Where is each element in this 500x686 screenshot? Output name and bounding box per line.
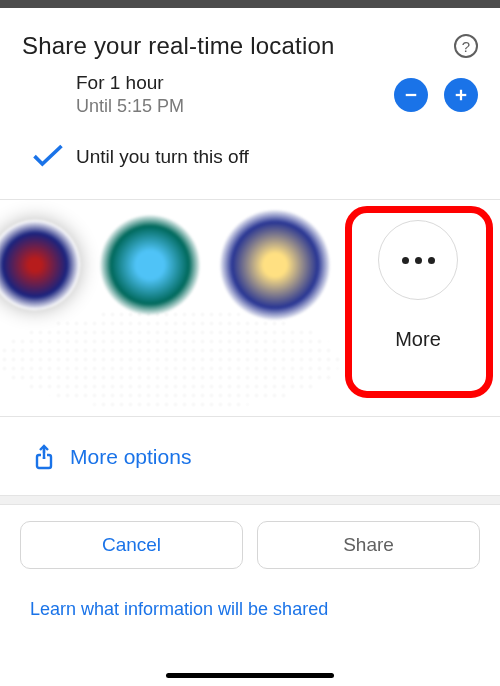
until-off-checkmark [30,139,76,175]
cancel-button[interactable]: Cancel [20,521,243,569]
decrease-duration-button[interactable] [394,78,428,112]
svg-rect-0 [406,93,417,95]
duration-title: For 1 hour [76,72,394,94]
home-indicator [166,673,334,678]
increase-duration-button[interactable] [444,78,478,112]
section-divider [0,495,500,505]
checkmark-icon [30,139,66,175]
more-contacts-button[interactable]: More [358,220,478,351]
location-share-sheet: Share your real-time location ? For 1 ho… [0,0,500,686]
duration-option-row[interactable]: For 1 hour Until 5:15 PM [0,64,500,125]
help-icon[interactable]: ? [454,34,478,58]
more-dots-icon [378,220,458,300]
dimmed-underlay [0,0,500,8]
sheet-title: Share your real-time location [22,32,335,60]
more-label: More [395,328,441,351]
duration-subtitle: Until 5:15 PM [76,96,394,117]
share-button[interactable]: Share [257,521,480,569]
learn-link[interactable]: Learn what information will be shared [0,569,500,620]
until-off-label: Until you turn this off [76,146,478,168]
more-options-label: More options [70,445,191,469]
svg-rect-2 [460,89,462,100]
sheet-header: Share your real-time location ? [0,8,500,64]
more-options-button[interactable]: More options [0,417,500,495]
share-up-icon [32,443,56,471]
learn-label: Learn what information will be shared [30,599,328,619]
duration-text: For 1 hour Until 5:15 PM [76,72,394,117]
minus-icon [402,86,420,104]
plus-icon [452,86,470,104]
obscured-contacts [0,200,350,417]
action-buttons-row: Cancel Share [0,505,500,569]
duration-stepper [394,78,478,112]
contacts-scroller[interactable]: More [0,199,500,417]
until-off-option-row[interactable]: Until you turn this off [0,125,500,189]
